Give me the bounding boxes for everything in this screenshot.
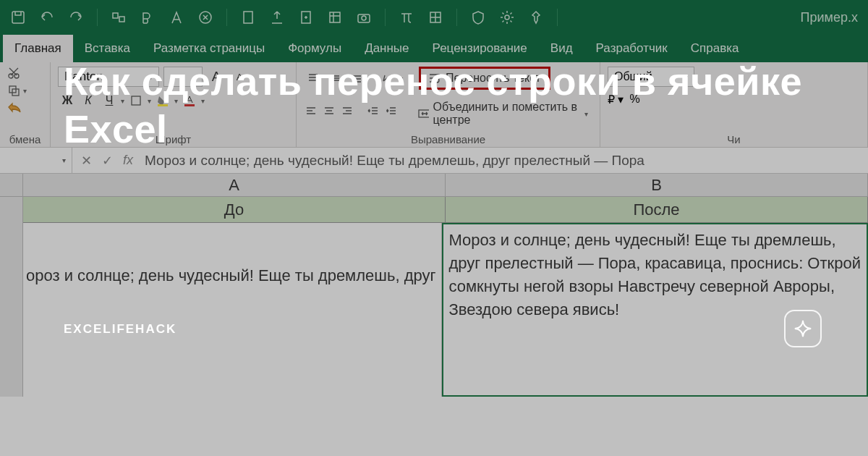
grid-icon[interactable] [427, 9, 443, 25]
orientation-icon[interactable] [378, 69, 396, 87]
merge-center-label: Объединить и поместить в центре [433, 101, 580, 127]
cell-b2[interactable]: Мороз и солнце; день чудесный! Еще ты др… [442, 223, 869, 397]
svg-rect-15 [132, 96, 140, 105]
svg-rect-6 [330, 12, 340, 22]
pin-icon[interactable] [528, 9, 544, 25]
decrease-font-icon[interactable]: A [230, 67, 249, 86]
svg-rect-4 [244, 12, 252, 23]
form-icon[interactable] [327, 9, 343, 25]
tab-layout[interactable]: Разметка страницы [142, 35, 276, 62]
new-doc-icon[interactable] [298, 9, 314, 25]
font-color-button[interactable] [180, 91, 199, 110]
align-right-icon[interactable] [340, 102, 355, 119]
clipboard-label: бмена [7, 130, 43, 145]
paste-format-button[interactable] [7, 101, 22, 113]
doc-icon[interactable] [240, 9, 256, 25]
number-format-combo[interactable]: Общий▾ [608, 67, 694, 87]
align-middle-icon[interactable] [326, 69, 344, 87]
fill-color-button[interactable] [153, 91, 172, 110]
font-name-combo[interactable]: Panton▾ [58, 67, 159, 87]
svg-rect-1 [113, 13, 118, 18]
svg-rect-0 [12, 12, 24, 23]
svg-point-12 [14, 74, 19, 78]
save-icon[interactable] [10, 9, 26, 25]
font-label: Шрифт [58, 130, 289, 145]
cell-b1[interactable]: После [446, 197, 868, 223]
align-top-icon[interactable] [304, 69, 323, 87]
cell-a2[interactable]: ороз и солнце; день чудесный! Еще ты дре… [23, 223, 442, 397]
cell-a1[interactable]: До [23, 197, 446, 223]
tab-review[interactable]: Рецензирование [421, 35, 539, 62]
row-header-2[interactable] [0, 223, 23, 397]
column-header-a[interactable]: A [23, 174, 446, 196]
svg-rect-17 [184, 104, 195, 106]
align-left-icon[interactable] [304, 102, 319, 119]
ribbon-tabs: Главная Вставка Разметка страницы Формул… [0, 35, 868, 62]
indent-decrease-icon[interactable] [365, 102, 380, 119]
svg-point-8 [362, 16, 366, 20]
tab-help[interactable]: Справка [679, 35, 751, 62]
window-icon[interactable] [111, 9, 127, 25]
increase-font-icon[interactable]: A [207, 67, 226, 86]
close-circle-icon[interactable] [197, 9, 213, 25]
camera-icon[interactable] [356, 9, 372, 25]
undo-icon[interactable] [39, 9, 55, 25]
cancel-icon[interactable]: ✕ [81, 153, 92, 169]
tab-data[interactable]: Данные [353, 35, 420, 62]
fx-icon[interactable]: fx [123, 153, 133, 168]
quick-access-toolbar: Пример.х [0, 0, 868, 35]
tab-formulas[interactable]: Формулы [276, 35, 353, 62]
column-header-b[interactable]: B [446, 174, 868, 196]
italic-button[interactable]: К [79, 91, 98, 110]
indent-increase-icon[interactable] [383, 102, 399, 119]
merge-center-button[interactable]: Объединить и поместить в центре ▾ [413, 98, 592, 129]
formula-input[interactable]: Мороз и солнце; день чудесный! Еще ты др… [142, 153, 868, 169]
currency-icon[interactable]: ₽ ▾ [608, 93, 624, 106]
export-icon[interactable] [269, 9, 285, 25]
pi-icon[interactable] [399, 9, 414, 25]
svg-point-11 [9, 74, 13, 78]
font-a-icon[interactable] [169, 9, 184, 25]
text-icon[interactable] [140, 9, 156, 25]
tab-view[interactable]: Вид [539, 35, 584, 62]
underline-button[interactable]: Ч [100, 91, 119, 110]
number-group: Общий▾ ₽ ▾ % Чи [600, 62, 868, 147]
tab-developer[interactable]: Разработчик [584, 35, 679, 62]
title-text: Пример.х [801, 10, 858, 25]
tab-insert[interactable]: Вставка [73, 35, 142, 62]
select-all-corner[interactable] [0, 174, 23, 196]
tab-home[interactable]: Главная [3, 35, 73, 62]
formula-bar: ▾ ✕ ✓ fx Мороз и солнце; день чудесный! … [0, 148, 868, 174]
font-group: Panton▾ ▾ A A Ж К Ч ▾ ▾ ▾ ▾ [51, 62, 297, 147]
font-size-combo[interactable]: ▾ [163, 67, 203, 87]
alignment-label: Выравнивание [304, 130, 592, 145]
name-box[interactable]: ▾ [0, 148, 72, 173]
copy-button[interactable]: ▾ [7, 84, 27, 97]
cut-button[interactable] [7, 67, 20, 80]
svg-rect-16 [158, 104, 168, 106]
clipboard-group: ▾ бмена [0, 62, 51, 147]
wrap-text-label: Переносить текст [446, 72, 541, 85]
enter-icon[interactable]: ✓ [102, 153, 113, 169]
percent-icon[interactable]: % [629, 93, 639, 106]
border-button[interactable] [127, 91, 145, 110]
wrap-text-button[interactable]: Переносить текст [419, 67, 550, 90]
align-center-icon[interactable] [322, 102, 337, 119]
gear-icon[interactable] [499, 9, 515, 25]
ribbon: ▾ бмена Panton▾ ▾ A A Ж К Ч ▾ ▾ [0, 62, 868, 148]
shield-icon[interactable] [470, 9, 486, 25]
number-label: Чи [608, 130, 860, 145]
alignment-group: ▾ Переносить текст [297, 62, 600, 147]
worksheet: A B До После ороз и солнце; день чудесны… [0, 174, 868, 397]
row-header-1[interactable] [0, 197, 23, 223]
svg-point-10 [505, 15, 509, 20]
align-bottom-icon[interactable] [347, 69, 366, 87]
bold-button[interactable]: Ж [58, 91, 77, 110]
svg-rect-2 [119, 17, 124, 22]
redo-icon[interactable] [68, 9, 84, 25]
